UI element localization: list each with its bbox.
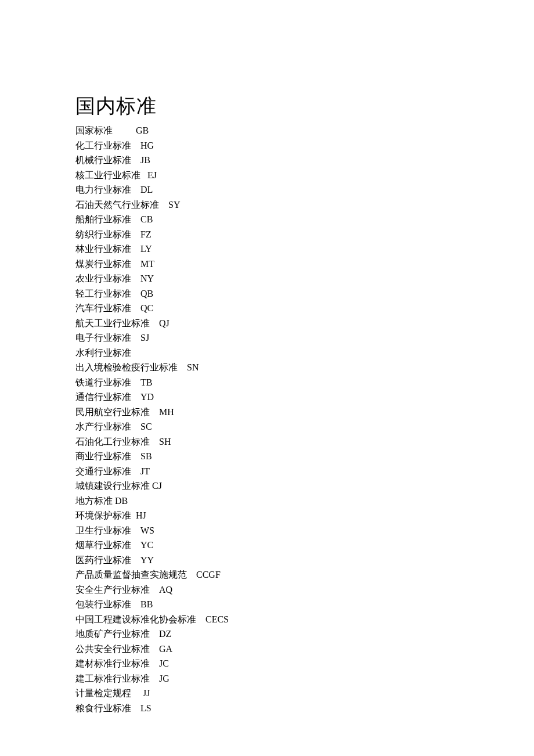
- list-item: 环境保护标准 HJ: [75, 508, 534, 523]
- standard-name: 医药行业标准: [75, 555, 131, 565]
- standard-code: LY: [140, 244, 152, 254]
- standard-name: 计量检定规程: [75, 688, 131, 698]
- standard-code: DB: [115, 496, 128, 506]
- gap: [131, 214, 140, 224]
- standard-name: 公共安全行业标准: [75, 644, 150, 654]
- standard-name: 国家标准: [75, 125, 113, 135]
- gap: [131, 510, 136, 520]
- standard-name: 通信行业标准: [75, 392, 131, 402]
- standard-name: 电力行业标准: [75, 185, 131, 195]
- list-item: 地方标准 DB: [75, 494, 534, 509]
- gap: [131, 422, 140, 431]
- list-item: 城镇建设行业标准 CJ: [75, 478, 534, 494]
- list-item: 地质矿产行业标准 DZ: [75, 627, 534, 642]
- standard-code: JT: [140, 466, 150, 476]
- standard-name: 水产行业标准: [75, 422, 131, 431]
- gap: [150, 629, 159, 639]
- standard-name: 石油化工行业标准: [75, 437, 150, 447]
- list-item: 商业行业标准 SB: [75, 449, 534, 464]
- standard-code: SN: [187, 362, 199, 372]
- standard-name: 烟草行业标准: [75, 540, 131, 550]
- standard-code: BB: [140, 599, 153, 609]
- gap: [113, 125, 136, 135]
- list-item: 公共安全行业标准 GA: [75, 642, 534, 657]
- gap: [140, 170, 147, 180]
- standard-name: 林业行业标准: [75, 244, 131, 254]
- gap: [131, 599, 140, 609]
- standard-code: JC: [159, 658, 169, 668]
- standard-code: GB: [136, 125, 149, 135]
- gap: [131, 703, 140, 713]
- list-item: 机械行业标准 JB: [75, 153, 534, 168]
- gap: [131, 273, 140, 283]
- standard-name: 化工行业标准: [75, 141, 131, 150]
- standard-name: 城镇建设行业标准: [75, 481, 150, 491]
- list-item: 航天工业行业标准 QJ: [75, 316, 534, 331]
- list-item: 石油天然气行业标准 SY: [75, 197, 534, 213]
- list-item: 水产行业标准 SC: [75, 419, 534, 434]
- list-item: 民用航空行业标准 MH: [75, 405, 534, 420]
- standard-code: WS: [140, 525, 154, 535]
- list-item: 交通行业标准 JT: [75, 464, 534, 479]
- standard-code: HJ: [136, 510, 146, 520]
- standard-code: CJ: [152, 481, 162, 491]
- gap: [178, 362, 187, 372]
- standard-code: EJ: [147, 170, 157, 180]
- standard-code: QB: [140, 289, 153, 298]
- standard-name: 航天工业行业标准: [75, 318, 150, 328]
- standard-code: JB: [140, 155, 150, 165]
- standard-code: MH: [159, 407, 174, 417]
- gap: [196, 614, 205, 624]
- gap: [150, 407, 159, 417]
- document-heading: 国内标准: [75, 93, 534, 120]
- standard-name: 交通行业标准: [75, 466, 131, 476]
- list-item: 计量检定规程 JJ: [75, 686, 534, 701]
- standard-code: LS: [140, 703, 151, 713]
- standard-name: 地方标准: [75, 496, 113, 506]
- standard-code: GA: [159, 644, 172, 654]
- standard-code: DZ: [159, 629, 171, 639]
- list-item: 农业行业标准 NY: [75, 271, 534, 286]
- list-item: 安全生产行业标准 AQ: [75, 582, 534, 597]
- gap: [131, 155, 140, 165]
- gap: [131, 540, 140, 550]
- standard-code: MT: [140, 259, 154, 269]
- gap: [131, 141, 140, 150]
- standard-name: 纺织行业标准: [75, 229, 131, 239]
- standard-name: 煤炭行业标准: [75, 259, 131, 269]
- standard-code: HG: [140, 141, 154, 150]
- list-item: 石油化工行业标准 SH: [75, 434, 534, 449]
- standard-code: SJ: [140, 333, 149, 343]
- gap: [131, 392, 140, 402]
- list-item: 铁道行业标准 TB: [75, 375, 534, 390]
- standard-name: 船舶行业标准: [75, 214, 131, 224]
- standard-name: 机械行业标准: [75, 155, 131, 165]
- standards-list: 国家标准 GB化工行业标准 HG机械行业标准 JB核工业行业标准 EJ电力行业标…: [75, 123, 534, 715]
- list-item: 烟草行业标准 YC: [75, 538, 534, 553]
- gap: [131, 303, 140, 313]
- list-item: 卫生行业标准 WS: [75, 523, 534, 538]
- list-item: 林业行业标准 LY: [75, 242, 534, 257]
- standard-name: 商业行业标准: [75, 451, 131, 461]
- standard-name: 水利行业标准: [75, 348, 131, 358]
- gap: [159, 200, 168, 210]
- list-item: 煤炭行业标准 MT: [75, 257, 534, 272]
- standard-code: YY: [140, 555, 154, 565]
- list-item: 建工标准行业标准 JG: [75, 671, 534, 686]
- standard-code: SB: [140, 451, 152, 461]
- standard-code: DL: [140, 185, 153, 195]
- list-item: 建材标准行业标准 JC: [75, 656, 534, 671]
- standard-name: 出入境检验检疫行业标准: [75, 362, 178, 372]
- standard-code: QJ: [159, 318, 169, 328]
- standard-name: 农业行业标准: [75, 273, 131, 283]
- list-item: 水利行业标准: [75, 345, 534, 361]
- gap: [131, 259, 140, 269]
- standard-name: 核工业行业标准: [75, 170, 140, 180]
- standard-code: SC: [140, 422, 152, 431]
- list-item: 纺织行业标准 FZ: [75, 227, 534, 242]
- list-item: 核工业行业标准 EJ: [75, 168, 534, 183]
- standard-code: NY: [140, 273, 154, 283]
- gap: [131, 555, 140, 565]
- gap: [131, 333, 140, 343]
- standard-name: 电子行业标准: [75, 333, 131, 343]
